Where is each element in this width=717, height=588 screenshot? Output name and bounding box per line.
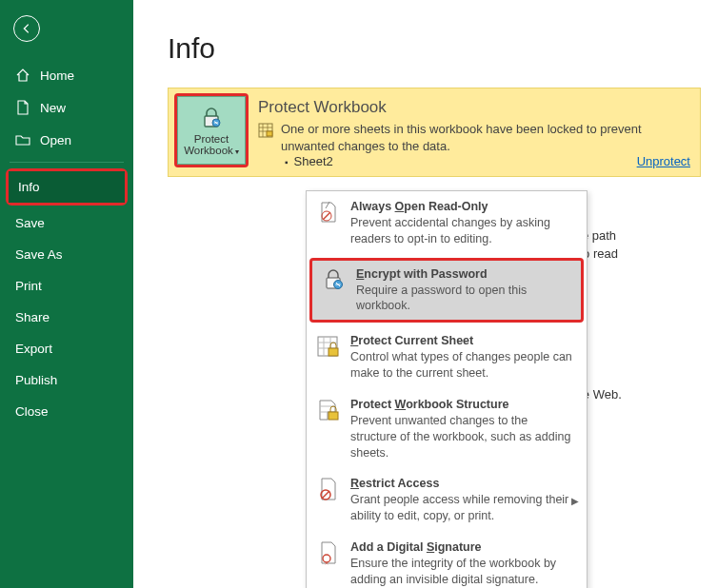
page-title: Info	[168, 32, 717, 65]
sidebar-item-new[interactable]: New	[0, 91, 133, 124]
menu-item-desc: Prevent unwanted changes to the structur…	[350, 413, 577, 461]
menu-item-digital-signature[interactable]: Add a Digital Signature Ensure the integ…	[307, 532, 587, 588]
unprotect-link[interactable]: Unprotect	[637, 154, 690, 168]
sidebar-item-label: Home	[40, 69, 74, 83]
file-new-icon	[15, 100, 30, 115]
protect-workbook-panel: Protect Workbook▾ Protect Workbook One o…	[168, 88, 701, 177]
sheet-lock-icon	[314, 333, 341, 360]
sidebar-separator	[10, 162, 124, 163]
sidebar-item-publish[interactable]: Publish	[0, 364, 133, 396]
sidebar-item-print[interactable]: Print	[0, 270, 133, 302]
restrict-access-icon	[314, 476, 341, 502]
menu-item-desc: Ensure the integrity of the workbook by …	[350, 556, 577, 588]
protect-button-label: Protect Workbook▾	[184, 133, 239, 156]
digital-signature-icon	[314, 539, 341, 566]
sidebar-item-save[interactable]: Save	[0, 207, 133, 239]
svg-rect-3	[267, 131, 272, 136]
menu-item-protect-current-sheet[interactable]: Protect Current Sheet Control what types…	[307, 325, 587, 389]
protect-workbook-dropdown: Always Open Read-Only Prevent accidental…	[306, 190, 588, 588]
menu-item-desc: Grant people access while removing their…	[350, 492, 577, 524]
sidebar-item-label: Open	[40, 133, 71, 147]
menu-item-desc: Require a password to open this workbook…	[356, 283, 573, 315]
protect-workbook-button[interactable]: Protect Workbook▾	[177, 96, 246, 165]
locked-sheets-list: Sheet2	[285, 154, 688, 168]
menu-item-title: Protect Current Sheet	[350, 333, 577, 349]
annotation-highlight-encrypt: Encrypt with Password Require a password…	[307, 255, 587, 326]
svg-point-11	[323, 555, 330, 562]
svg-rect-8	[329, 348, 338, 356]
folder-open-icon	[15, 132, 30, 147]
menu-item-title: Encrypt with Password	[356, 266, 573, 283]
backstage-sidebar: Home New Open Info Save Save As Print Sh…	[0, 0, 133, 588]
sheet-lock-icon	[258, 123, 273, 138]
back-arrow-icon	[20, 22, 33, 35]
home-icon	[15, 68, 30, 83]
menu-item-open-read-only[interactable]: Always Open Read-Only Prevent accidental…	[307, 191, 587, 255]
submenu-arrow-icon: ▶	[571, 495, 579, 505]
sidebar-item-export[interactable]: Export	[0, 333, 133, 364]
sidebar-item-share[interactable]: Share	[0, 302, 133, 333]
sidebar-item-label: Publish	[15, 373, 57, 387]
sidebar-item-label: Save As	[15, 247, 63, 262]
menu-item-protect-structure[interactable]: Protect Workbook Structure Prevent unwan…	[307, 389, 587, 469]
sidebar-item-label: Save	[15, 216, 45, 230]
menu-item-title: Always Open Read-Only	[350, 199, 577, 215]
workbook-lock-icon	[314, 397, 341, 423]
sidebar-item-label: Export	[15, 342, 52, 356]
sidebar-item-save-as[interactable]: Save As	[0, 239, 133, 270]
back-button[interactable]	[13, 15, 40, 42]
annotation-highlight-protect-button: Protect Workbook▾	[174, 93, 249, 167]
read-only-icon	[314, 199, 341, 225]
sidebar-item-open[interactable]: Open	[0, 124, 133, 156]
lock-icon	[199, 106, 224, 130]
svg-rect-9	[329, 412, 338, 420]
menu-item-restrict-access[interactable]: Restrict Access Grant people access whil…	[307, 468, 587, 532]
sidebar-item-label: Info	[18, 180, 40, 194]
sidebar-item-close[interactable]: Close	[0, 396, 133, 427]
sidebar-item-label: Close	[15, 404, 49, 419]
menu-item-title: Protect Workbook Structure	[350, 397, 577, 413]
sidebar-item-label: Print	[15, 279, 42, 293]
protect-heading: Protect Workbook	[258, 98, 688, 117]
sidebar-item-label: New	[40, 101, 66, 115]
sidebar-item-info[interactable]: Info	[9, 171, 125, 203]
encrypt-lock-icon	[320, 266, 347, 293]
menu-item-desc: Prevent accidental changes by asking rea…	[350, 215, 577, 247]
menu-item-title: Restrict Access	[350, 476, 577, 492]
sidebar-item-home[interactable]: Home	[0, 59, 133, 91]
sidebar-item-label: Share	[15, 310, 50, 324]
menu-item-desc: Control what types of changes people can…	[350, 349, 577, 382]
annotation-highlight-info: Info	[6, 168, 128, 206]
menu-item-title: Add a Digital Signature	[350, 539, 577, 556]
main-content: Info Protect Workbook▾ Protect Workbook	[133, 0, 717, 588]
menu-item-encrypt-password[interactable]: Encrypt with Password Require a password…	[309, 258, 584, 323]
protect-body-text: One or more sheets in this workbook have…	[281, 121, 688, 154]
locked-sheet-name: Sheet2	[294, 154, 333, 168]
